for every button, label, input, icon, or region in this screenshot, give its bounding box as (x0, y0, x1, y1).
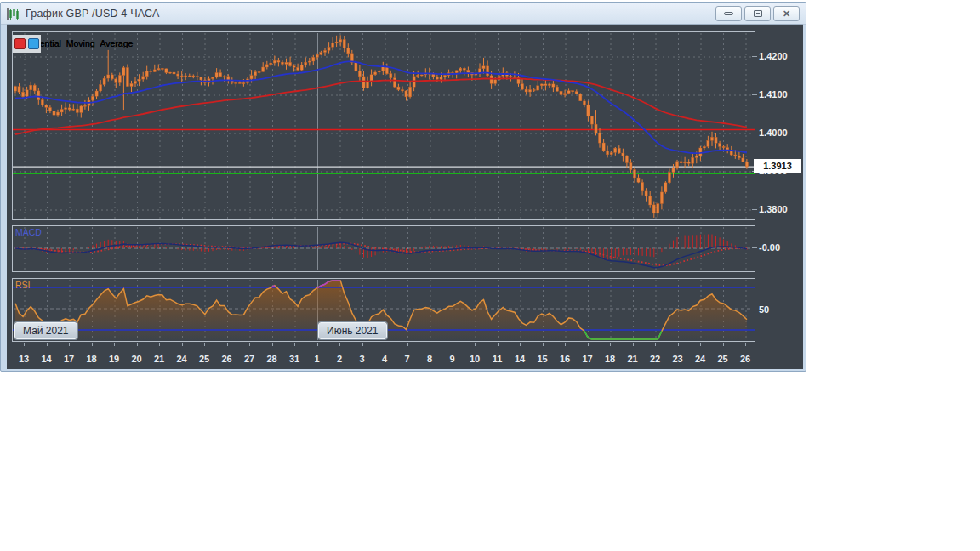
price-axis-label: 1.4000 (759, 127, 801, 139)
time-axis-tick (475, 343, 476, 346)
price-axis-tick (752, 310, 757, 310)
title-bar[interactable]: График GBP /USD 4 ЧАСА ✕ (1, 3, 806, 25)
time-axis-label: 1 (306, 354, 328, 364)
minimize-button[interactable] (715, 6, 742, 21)
time-axis-tick (317, 343, 318, 346)
time-axis-label: 14 (509, 354, 531, 364)
price-axis-label: 1.4100 (759, 88, 801, 100)
chart-window-icon (6, 7, 21, 20)
minimize-icon (724, 12, 733, 15)
time-axis-label: 23 (667, 354, 689, 364)
time-axis-label: 27 (238, 354, 260, 364)
macd-panel[interactable]: MACD (12, 225, 755, 272)
time-axis-label: 28 (261, 354, 283, 364)
restore-button[interactable] (744, 6, 771, 21)
time-axis-label: 24 (171, 354, 193, 364)
time-axis-tick (565, 343, 566, 346)
time-axis-label: 21 (622, 354, 644, 364)
price-axis-tick (752, 247, 757, 248)
time-axis-tick (407, 343, 408, 346)
close-button[interactable]: ✕ (773, 6, 800, 21)
time-axis-label: 25 (712, 354, 734, 364)
time-axis-label: 19 (103, 354, 125, 364)
time-axis-tick (249, 343, 250, 346)
time-axis-label: 15 (532, 354, 554, 364)
time-axis-tick (182, 343, 183, 346)
time-axis-label: 11 (487, 354, 509, 364)
time-axis-label: 3 (351, 354, 373, 364)
time-axis-tick (339, 343, 340, 346)
chart-area: Exponential_Moving_Average Exponential_M… (7, 24, 803, 369)
macd-axis-label: -0.00 (759, 241, 801, 253)
rsi-axis-label: 50 (759, 304, 801, 315)
time-axis-tick (745, 343, 746, 346)
window-controls: ✕ (715, 6, 800, 21)
current-price-tag: 1.3913 (754, 159, 801, 173)
time-axis-label: 14 (36, 354, 58, 364)
price-axis-tick (752, 56, 757, 57)
chart-window[interactable]: График GBP /USD 4 ЧАСА ✕ Exponential_Mov… (0, 2, 806, 372)
price-axis-label: 1.3800 (759, 203, 801, 215)
restore-icon (754, 10, 762, 17)
time-axis-label: 17 (577, 354, 599, 364)
time-axis-label: 22 (644, 354, 666, 364)
time-axis-tick (430, 343, 430, 346)
time-axis-label: 26 (216, 354, 238, 364)
time-axis-label: 17 (58, 354, 80, 364)
time-axis-label: 26 (734, 354, 756, 364)
indicator-buttons (13, 35, 41, 53)
time-axis-label: 25 (193, 354, 215, 364)
time-axis-tick (520, 343, 521, 346)
time-axis-label: 7 (396, 354, 419, 364)
time-axis-tick (294, 343, 295, 346)
time-axis-label: 16 (554, 354, 576, 364)
time-axis-label: 2 (328, 354, 350, 364)
time-axis-tick (69, 343, 70, 346)
time-axis-tick (700, 343, 701, 346)
time-axis-tick (453, 343, 453, 346)
price-axis-tick (752, 133, 757, 133)
price-axis-tick (752, 209, 757, 210)
time-axis-tick (204, 343, 205, 346)
month-marker-june[interactable]: Июнь 2021 (318, 322, 387, 339)
sell-square-button[interactable] (14, 38, 26, 49)
time-axis-tick (362, 343, 363, 346)
close-icon: ✕ (783, 9, 790, 19)
time-axis-label: 31 (283, 354, 305, 364)
time-axis-tick (678, 343, 679, 346)
macd-chart[interactable] (13, 226, 755, 271)
rsi-label: RSI (15, 280, 31, 290)
month-marker-may[interactable]: Май 2021 (14, 322, 77, 339)
time-axis-tick (114, 343, 115, 346)
time-axis-tick (47, 343, 48, 346)
time-axis-label: 8 (419, 354, 441, 364)
time-axis-tick (92, 343, 93, 346)
time-axis-label: 20 (126, 354, 148, 364)
time-axis-tick (137, 343, 138, 346)
price-axis-tick (752, 94, 757, 95)
window-title: График GBP /USD 4 ЧАСА (26, 8, 159, 20)
price-axis-label: 1.4200 (759, 50, 801, 62)
time-axis-tick (227, 343, 228, 346)
time-axis-label: 10 (464, 354, 486, 364)
time-axis-label: 13 (13, 354, 35, 364)
time-axis-tick (159, 343, 160, 346)
macd-label: MACD (15, 227, 42, 237)
screenshot-stage: График GBP /USD 4 ЧАСА ✕ Exponential_Mov… (0, 0, 980, 551)
time-axis-tick (543, 343, 544, 346)
time-axis-label: 21 (148, 354, 170, 364)
time-axis-label: 9 (442, 354, 464, 364)
buy-square-button[interactable] (28, 38, 39, 49)
price-chart-panel[interactable]: Exponential_Moving_Average Exponential_M… (12, 31, 755, 220)
time-axis-label: 24 (689, 354, 711, 364)
time-axis-tick (272, 343, 273, 346)
time-axis-label: 18 (81, 354, 103, 364)
time-axis-tick (498, 343, 499, 346)
time-axis-tick (24, 343, 25, 346)
time-axis-label: 18 (599, 354, 621, 364)
time-axis-tick (633, 343, 634, 346)
time-axis-tick (385, 343, 385, 346)
time-axis-tick (610, 343, 611, 346)
time-axis-label: 4 (373, 354, 396, 364)
candlestick-chart[interactable] (13, 32, 755, 219)
